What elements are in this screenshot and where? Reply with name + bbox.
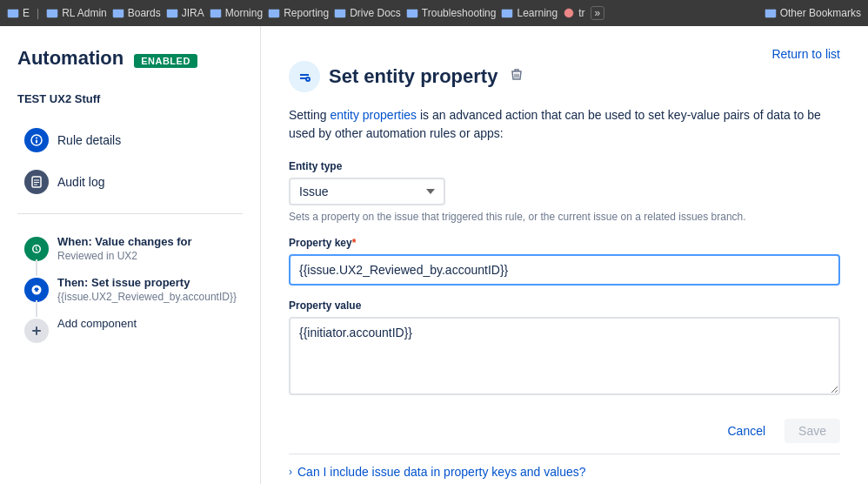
svg-point-10 — [296, 68, 313, 85]
more-bookmarks-button[interactable]: » — [591, 6, 605, 20]
when-step-content: When: Value changes for Reviewed in UX2 — [57, 235, 192, 262]
delete-icon[interactable] — [510, 68, 524, 85]
svg-point-2 — [36, 138, 37, 139]
add-component-label: Add component — [57, 317, 137, 330]
form-actions: Cancel Save — [289, 412, 840, 443]
sidebar-item-rule-details[interactable]: Rule details — [17, 119, 243, 161]
sidebar: Automation ENABLED TEST UX2 Stuff Rule d… — [0, 26, 261, 484]
other-bookmarks[interactable]: Other Bookmarks — [765, 7, 861, 19]
app-container: Automation ENABLED TEST UX2 Stuff Rule d… — [0, 26, 868, 484]
bookmark-tr[interactable]: tr — [563, 7, 584, 19]
save-button[interactable]: Save — [785, 419, 840, 443]
bookmark-jira[interactable]: JIRA — [166, 7, 204, 19]
set-entity-property-icon — [289, 61, 320, 92]
project-name: TEST UX2 Stuff — [17, 92, 243, 105]
bookmark-troubleshooting[interactable]: Troubleshooting — [406, 7, 497, 19]
bookmark-morning[interactable]: Morning — [210, 7, 263, 19]
property-key-label: Property key* — [289, 237, 840, 249]
then-step-content: Then: Set issue property {{issue.UX2_Rev… — [57, 276, 237, 303]
rule-details-label: Rule details — [57, 133, 121, 147]
bookmark-drive-docs[interactable]: Drive Docs — [334, 7, 401, 19]
faq-item[interactable]: › Can I include issue data in property k… — [289, 465, 840, 479]
svg-point-0 — [564, 9, 573, 17]
page-header: Return to list — [289, 47, 840, 61]
bookmark-learning[interactable]: Learning — [501, 7, 558, 19]
entity-hint: Sets a property on the issue that trigge… — [289, 211, 840, 223]
required-star: * — [352, 237, 357, 249]
audit-log-icon — [24, 170, 49, 194]
return-to-list-link[interactable]: Return to list — [771, 47, 840, 61]
audit-log-label: Audit log — [57, 175, 104, 189]
rule-details-icon — [24, 128, 49, 152]
main-content: Return to list Set entity property Setti… — [261, 26, 868, 484]
browser-bar: E | RL Admin Boards JIRA Morning Reporti… — [0, 0, 868, 26]
property-key-input[interactable] — [289, 254, 840, 286]
bookmark-boards[interactable]: Boards — [112, 7, 161, 19]
when-step[interactable]: When: Value changes for Reviewed in UX2 — [17, 228, 243, 269]
add-component-step[interactable]: Add component — [17, 310, 243, 350]
faq-section: › Can I include issue data in property k… — [289, 454, 840, 479]
entity-type-select[interactable]: Issue Comment Worklog — [289, 178, 445, 205]
bookmark-reporting[interactable]: Reporting — [268, 7, 329, 19]
property-value-group: Property value — [289, 299, 840, 398]
then-step-icon — [24, 278, 49, 302]
property-value-label: Property value — [289, 299, 840, 312]
entity-type-group: Entity type Issue Comment Worklog Sets a… — [289, 160, 840, 223]
sidebar-divider — [17, 213, 243, 214]
faq-label: Can I include issue data in property key… — [297, 465, 586, 479]
section-title-row: Set entity property — [289, 61, 840, 92]
sidebar-nav: Rule details Audit log — [17, 119, 243, 203]
section-title: Set entity property — [329, 65, 497, 88]
svg-rect-3 — [36, 140, 37, 144]
bookmark-rl-admin[interactable]: RL Admin — [46, 7, 107, 19]
then-step[interactable]: Then: Set issue property {{issue.UX2_Rev… — [17, 269, 243, 310]
entity-type-label: Entity type — [289, 160, 840, 172]
cancel-button[interactable]: Cancel — [717, 419, 776, 443]
entity-properties-link[interactable]: entity properties — [330, 108, 417, 122]
add-component-icon — [24, 319, 49, 343]
bookmark-e[interactable]: E — [7, 7, 30, 19]
property-key-group: Property key* — [289, 237, 840, 286]
description-text: Setting entity properties is an advanced… — [289, 106, 840, 143]
property-value-textarea[interactable] — [289, 317, 840, 395]
steps-section: When: Value changes for Reviewed in UX2 … — [17, 228, 243, 350]
when-step-icon — [24, 237, 49, 261]
faq-chevron-icon: › — [289, 466, 292, 478]
sidebar-title: Automation — [17, 47, 124, 70]
enabled-badge: ENABLED — [134, 54, 197, 68]
sidebar-item-audit-log[interactable]: Audit log — [17, 161, 243, 203]
